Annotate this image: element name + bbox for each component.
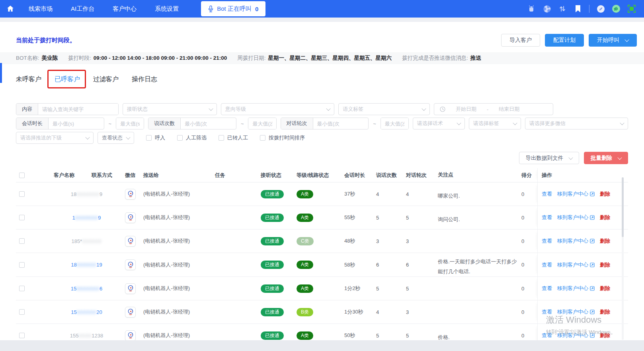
talk-min-input[interactable] <box>181 118 213 129</box>
cell-listen-status: 已接通 <box>257 331 293 340</box>
move-to-customer-center-link[interactable]: 移到客户中心 <box>557 214 595 221</box>
delete-link[interactable]: 删除 <box>600 214 610 221</box>
row-checkbox[interactable] <box>19 262 25 268</box>
sort-arrows-icon[interactable] <box>558 4 567 13</box>
tag-select[interactable]: 请选择标签 <box>469 118 521 129</box>
nav-menu-item[interactable]: 客户中心 <box>113 5 137 13</box>
start-call-button[interactable]: 开始呼叫 <box>589 34 637 47</box>
fullscreen-icon[interactable] <box>627 4 636 13</box>
checkbox-icon[interactable] <box>177 135 183 141</box>
wechat-logo-icon[interactable] <box>125 212 136 223</box>
move-to-customer-center-link[interactable]: 移到客户中心 <box>557 261 595 269</box>
phone-link[interactable]: 1588888820 <box>71 309 102 315</box>
delete-link[interactable]: 删除 <box>600 190 610 198</box>
home-icon[interactable] <box>6 4 15 14</box>
view-link[interactable]: 查看 <box>542 308 552 316</box>
tab[interactable]: 操作日志 <box>132 75 157 84</box>
row-checkbox[interactable] <box>19 309 25 315</box>
move-to-customer-center-link[interactable]: 移到客户中心 <box>557 308 595 316</box>
wechat-logo-icon[interactable] <box>125 330 136 341</box>
checkbox-icon[interactable] <box>146 135 152 141</box>
megaphone-icon[interactable] <box>612 4 621 13</box>
configure-plan-button[interactable]: 配置计划 <box>545 34 584 47</box>
tab[interactable]: 过滤客户 <box>93 75 119 84</box>
scrollbar-thumb[interactable] <box>622 177 624 237</box>
more-wechat-select[interactable]: 请选择更多微信 <box>525 118 628 129</box>
date-range-picker[interactable]: 开始日期 - 结束日期 <box>434 103 553 115</box>
move-to-customer-center-link[interactable]: 移到客户中心 <box>557 285 595 292</box>
nav-menu-item[interactable]: AI工作台 <box>71 5 94 13</box>
batch-delete-button[interactable]: 批量删除 <box>584 152 628 164</box>
wechat-logo-icon[interactable] <box>125 259 136 270</box>
chevron-down-icon <box>568 155 573 159</box>
session-min-input[interactable] <box>49 118 80 129</box>
phone-link[interactable]: 1588888886 <box>71 286 102 292</box>
shutter-icon[interactable] <box>543 4 551 13</box>
nav-menu-item[interactable]: 系统设置 <box>155 5 179 13</box>
phone-link[interactable]: 185*888888 <box>71 238 101 244</box>
delete-link[interactable]: 删除 <box>600 237 610 245</box>
bot-calling-button[interactable]: Bot 正在呼叫 0 <box>201 1 265 16</box>
bookmark-icon[interactable] <box>574 4 582 13</box>
cell-pushed-to: (电销机器人-张经理) <box>139 214 211 221</box>
export-data-button[interactable]: 导出数据到文件 <box>519 152 580 164</box>
tab[interactable]: 未呼客户 <box>16 75 41 84</box>
delete-link[interactable]: 删除 <box>600 332 610 339</box>
select-all-checkbox[interactable] <box>19 173 25 178</box>
import-customer-button[interactable]: 导入客户 <box>501 34 540 47</box>
tab[interactable]: 已呼客户 <box>55 75 80 84</box>
delete-link[interactable]: 删除 <box>600 308 610 316</box>
move-to-customer-center-link[interactable]: 移到客户中心 <box>557 190 595 198</box>
session-max-input[interactable] <box>116 118 144 129</box>
view-link[interactable]: 查看 <box>542 190 552 198</box>
delete-link[interactable]: 删除 <box>600 285 610 292</box>
move-to-customer-center-link[interactable]: 移到客户中心 <box>557 332 595 339</box>
android-icon[interactable] <box>527 4 536 13</box>
table-scrollbar[interactable] <box>622 177 624 340</box>
phone-link[interactable]: 1888888889 <box>71 191 102 197</box>
row-checkbox[interactable] <box>19 286 25 291</box>
intent-level-select[interactable]: 意向等级 <box>221 103 334 115</box>
tab-label: 过滤客户 <box>93 76 119 82</box>
cell-score: 0 <box>517 262 537 268</box>
round-min-input[interactable] <box>313 118 345 129</box>
wechat-logo-icon[interactable] <box>125 236 136 247</box>
collapsed-drawer-handle[interactable] <box>0 63 2 83</box>
wechat-logo-icon[interactable] <box>125 189 136 200</box>
filter-checkbox[interactable]: 已转人工 <box>219 134 248 141</box>
talk-max-input[interactable] <box>248 118 276 129</box>
row-checkbox[interactable] <box>19 215 25 220</box>
wechat-logo-icon[interactable] <box>125 307 136 318</box>
semantic-tag-select[interactable]: 语义标签 <box>338 103 430 115</box>
view-link[interactable]: 查看 <box>542 261 552 269</box>
column-header: 联系方式 <box>88 172 123 179</box>
compass-icon[interactable] <box>596 4 605 13</box>
checkbox-icon[interactable] <box>219 135 224 141</box>
view-link[interactable]: 查看 <box>542 237 552 245</box>
phone-link[interactable]: 15588881238 <box>70 333 103 339</box>
phone-link[interactable]: 188888889 <box>72 215 101 221</box>
row-checkbox[interactable] <box>19 333 25 338</box>
listen-status-select[interactable]: 接听状态 <box>123 103 217 115</box>
round-max-input[interactable] <box>381 118 408 129</box>
view-link[interactable]: 查看 <box>542 332 552 339</box>
checkbox-icon[interactable] <box>260 135 265 141</box>
view-link[interactable]: 查看 <box>542 285 552 292</box>
filter-checkbox[interactable]: 按拨打时间排序 <box>260 134 305 141</box>
filter-checkbox[interactable]: 呼入 <box>146 134 165 141</box>
cell-wechat <box>123 283 139 294</box>
row-checkbox[interactable] <box>19 191 25 197</box>
wechat-logo-icon[interactable] <box>125 283 136 294</box>
move-to-customer-center-link[interactable]: 移到客户中心 <box>557 237 595 245</box>
keyword-input[interactable] <box>38 104 118 115</box>
view-link[interactable]: 查看 <box>542 214 552 221</box>
phone-link[interactable]: 1888888819 <box>71 262 102 268</box>
push-subordinate-select[interactable]: 请选择推送的下级 <box>16 132 94 144</box>
row-checkbox[interactable] <box>19 238 25 244</box>
delete-link[interactable]: 删除 <box>600 261 610 269</box>
script-select[interactable]: 请选择话术 <box>413 118 465 129</box>
nav-menu-item[interactable]: 线索市场 <box>29 5 53 13</box>
cell-duration: 50秒 <box>340 332 372 339</box>
filter-checkbox[interactable]: 人工筛选 <box>177 134 207 141</box>
view-status-select[interactable]: 查看状态 <box>98 132 134 144</box>
